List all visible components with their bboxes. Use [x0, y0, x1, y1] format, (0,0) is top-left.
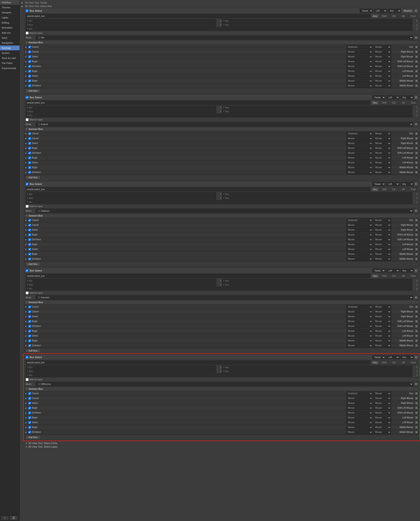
gesture-arrow-5-2[interactable]: ▶: [25, 397, 27, 399]
gesture-checkbox-5-8[interactable]: [28, 426, 31, 429]
gesture-remove-button-3-9[interactable]: ✕: [415, 257, 418, 260]
gesture-remove-button-3-2[interactable]: ✕: [415, 223, 418, 227]
gesture-checkbox-1-9[interactable]: [28, 84, 31, 87]
gesture-arrow-2-9[interactable]: ▶: [25, 171, 27, 173]
gesture-type-dropdown-1-7[interactable]: Mouse: [346, 74, 373, 78]
gesture-type-dropdown-1-5[interactable]: Mouse: [346, 64, 373, 68]
wait-checkbox-2[interactable]: [26, 118, 29, 121]
gesture-remove-button-5-6[interactable]: ✕: [415, 416, 418, 419]
gesture-arrow-1-5[interactable]: ▶: [25, 65, 27, 68]
add-new-button-4[interactable]: Add New: [26, 349, 40, 352]
gesture-checkbox-1-8[interactable]: [28, 80, 31, 82]
gesture-arrow-1-1[interactable]: ▶: [25, 46, 27, 48]
gesture-arrow-2-7[interactable]: ▶: [25, 161, 27, 164]
gesture-box-arrow-4[interactable]: ▼: [26, 301, 28, 303]
add-new-button-1[interactable]: Add New: [26, 89, 40, 93]
gesture-checkbox-2-3[interactable]: [28, 142, 31, 145]
gesture-remove-button-4-7[interactable]: ✕: [415, 334, 418, 337]
breadcrumb-item-2[interactable]: ▶: [22, 5, 23, 8]
gesture-checkbox-5-3[interactable]: [28, 402, 31, 405]
gesture-arrow-1-2[interactable]: ▶: [25, 51, 27, 53]
mod-cmd-button-1[interactable]: Cmd: [409, 14, 418, 18]
gesture-remove-button-2-4[interactable]: ✕: [415, 147, 418, 150]
gesture-arrow-1-8[interactable]: ▶: [25, 80, 27, 82]
gesture-checkbox-1-5[interactable]: [28, 65, 31, 68]
panel-dropdown-2-3[interactable]: Any: [400, 95, 414, 99]
sidebar-item-system[interactable]: System: [0, 51, 20, 56]
any-button-5[interactable]: Any: [371, 360, 379, 364]
gesture-checkbox-3-7[interactable]: [28, 248, 31, 251]
gesture-input-dropdown-5-3[interactable]: Mouse: [374, 401, 391, 405]
sidebar-item-viewport[interactable]: Viewport: [0, 10, 20, 15]
gesture-input-dropdown-5-1[interactable]: Mouse: [374, 391, 391, 396]
gesture-checkbox-4-3[interactable]: [28, 315, 31, 318]
gesture-remove-button-5-9[interactable]: ✕: [415, 431, 418, 434]
gesture-checkbox-3-6[interactable]: [28, 243, 31, 246]
nav-prev-button[interactable]: ‹: [1, 516, 9, 520]
gesture-remove-button-3-3[interactable]: ✕: [415, 228, 418, 231]
gesture-type-dropdown-4-6[interactable]: Mouse: [346, 329, 373, 333]
gesture-type-dropdown-3-6[interactable]: Mouse: [346, 243, 373, 246]
gesture-input-dropdown-1-8[interactable]: Mouse: [374, 79, 391, 83]
panel-dropdown-5-1[interactable]: Tweak: [372, 355, 385, 359]
panel-dropdown-3-3[interactable]: Any: [400, 182, 414, 186]
mod-ctrl-button-4[interactable]: Ctrl: [390, 274, 398, 278]
mod-ctrl-button-1[interactable]: Ctrl: [390, 14, 398, 18]
gesture-arrow-3-8[interactable]: ▶: [25, 253, 27, 255]
gesture-remove-button-3-6[interactable]: ✕: [415, 243, 418, 246]
gesture-arrow-3-5[interactable]: ▶: [25, 238, 27, 241]
mod-shift-button-3[interactable]: Shift: [380, 187, 389, 191]
gesture-checkbox-5-9[interactable]: [28, 431, 31, 434]
gesture-checkbox-1-2[interactable]: [28, 51, 31, 53]
gesture-input-dropdown-4-5[interactable]: Mouse: [374, 324, 391, 328]
gesture-type-dropdown-2-1[interactable]: Keyboard: [346, 132, 373, 136]
gesture-remove-button-5-8[interactable]: ✕: [415, 426, 418, 429]
mode-x-button-3[interactable]: ✕: [414, 209, 418, 212]
gesture-remove-button-2-8[interactable]: ✕: [415, 166, 418, 169]
add-new-button-2[interactable]: Add New: [26, 176, 40, 179]
mod-cmd-button-3[interactable]: Cmd: [409, 187, 418, 191]
gesture-remove-button-1-2[interactable]: ✕: [415, 50, 418, 54]
gesture-arrow-5-8[interactable]: ▶: [25, 426, 27, 429]
gesture-checkbox-2-7[interactable]: [28, 161, 31, 164]
gesture-remove-button-2-2[interactable]: ✕: [415, 137, 418, 140]
gesture-checkbox-4-5[interactable]: [28, 325, 31, 328]
gesture-input-dropdown-2-7[interactable]: Mouse: [374, 161, 391, 165]
mod-alt-button-1[interactable]: Alt: [399, 14, 408, 18]
gesture-checkbox-1-6[interactable]: [28, 70, 31, 73]
breadcrumb-item-1[interactable]: ▶: [22, 1, 23, 4]
gesture-arrow-5-6[interactable]: ▶: [25, 417, 27, 419]
range-input-2-2[interactable]: [222, 106, 412, 109]
gesture-type-dropdown-4-9[interactable]: Mouse: [346, 344, 373, 348]
gesture-arrow-2-1[interactable]: ▶: [25, 133, 27, 135]
gesture-type-dropdown-5-3[interactable]: Mouse: [346, 401, 373, 405]
gesture-remove-button-5-2[interactable]: ✕: [415, 397, 418, 400]
restore-button[interactable]: Restore: [402, 9, 414, 13]
gesture-input-dropdown-2-9[interactable]: Mouse: [374, 170, 391, 174]
gesture-input-dropdown-4-6[interactable]: Mouse: [374, 329, 391, 333]
gesture-checkbox-2-1[interactable]: [28, 132, 31, 135]
mod-ctrl-button-3[interactable]: Ctrl: [390, 187, 398, 191]
mod-cmd-button-4[interactable]: Cmd: [409, 274, 418, 278]
gesture-input-dropdown-4-2[interactable]: Mouse: [374, 310, 391, 314]
gesture-checkbox-3-8[interactable]: [28, 253, 31, 255]
gesture-box-arrow-2[interactable]: ▼: [26, 128, 28, 130]
gesture-input-dropdown-3-8[interactable]: Mouse: [374, 252, 391, 256]
panel-enable-checkbox-4[interactable]: [26, 269, 28, 272]
gesture-input-dropdown-4-8[interactable]: Mouse: [374, 339, 391, 343]
panel-dropdown-4-2[interactable]: Left: [386, 269, 400, 273]
panel-dropdown-1-3[interactable]: Any: [388, 9, 401, 13]
range-input-4-2[interactable]: [222, 279, 412, 283]
gesture-arrow-3-3[interactable]: ▶: [25, 229, 27, 231]
gesture-input-dropdown-2-2[interactable]: Mouse: [374, 137, 391, 140]
gesture-input-dropdown-4-1[interactable]: Mouse: [374, 305, 391, 309]
gesture-type-dropdown-3-4[interactable]: Mouse: [346, 233, 373, 237]
mod-alt-button-4[interactable]: Alt: [399, 274, 408, 278]
panel-dropdown-1-1[interactable]: Tweak: [360, 9, 373, 13]
range-input-1-1[interactable]: [26, 19, 216, 23]
gesture-arrow-1-3[interactable]: ▶: [25, 56, 27, 58]
gesture-input-dropdown-2-4[interactable]: Mouse: [374, 146, 391, 150]
gesture-arrow-3-6[interactable]: ▶: [25, 243, 27, 245]
sidebar-item-navigation[interactable]: Navigation: [0, 40, 20, 46]
range-input-2-1[interactable]: [26, 106, 216, 109]
